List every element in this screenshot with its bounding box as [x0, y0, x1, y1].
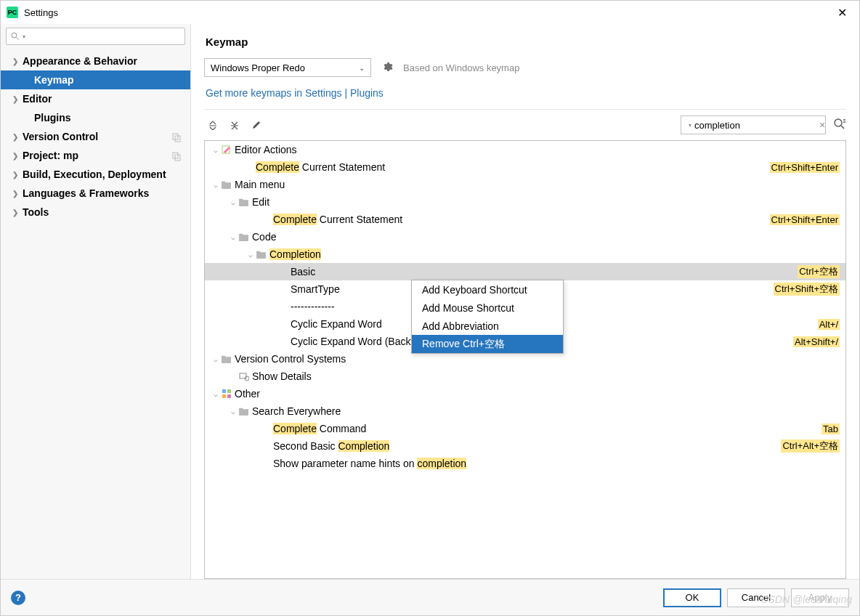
tree-row[interactable]: Complete CommandTab — [205, 420, 845, 437]
tree-row[interactable]: ⌵Completion — [205, 246, 845, 263]
edit-icon — [221, 145, 232, 155]
window-title: Settings — [24, 7, 830, 18]
apply-button[interactable]: Apply — [791, 588, 849, 607]
folder-icon — [256, 249, 267, 259]
chevron-right-icon: ❯ — [12, 171, 21, 179]
cancel-button[interactable]: Cancel — [727, 588, 785, 607]
tree-row-label: Cyclic Expand Word — [291, 318, 382, 330]
tree-row[interactable]: Second Basic CompletionCtrl+Alt+空格 — [205, 437, 845, 455]
chevron-right-icon: ❯ — [12, 152, 21, 160]
menu-item[interactable]: Add Keyboard Shortcut — [412, 280, 563, 299]
other-icon — [221, 389, 232, 399]
sidebar-item-label: Plugins — [34, 112, 71, 123]
tree-row-label: Show parameter name hints on completion — [273, 458, 466, 469]
sidebar-item[interactable]: ❯Appearance & Behavior — [1, 52, 190, 70]
tree-row-label: Search Everywhere — [252, 405, 341, 417]
tree-row[interactable]: ⌵Search Everywhere — [205, 402, 845, 420]
tree-row[interactable]: ⌵Main menu — [205, 176, 845, 193]
help-icon[interactable]: ? — [11, 591, 25, 605]
shortcut-label: Ctrl+Shift+Enter — [770, 214, 840, 225]
tree-row[interactable]: BasicCtrl+空格 — [205, 263, 845, 280]
chevron-down-icon[interactable]: ⌵ — [228, 408, 238, 416]
chevron-down-icon[interactable]: ⌵ — [211, 146, 221, 154]
show-icon — [238, 371, 249, 381]
collapse-all-icon[interactable] — [226, 116, 243, 134]
svg-rect-16 — [227, 389, 231, 393]
based-on-label: Based on Windows keymap — [403, 62, 519, 73]
chevron-down-icon: ⌄ — [359, 64, 365, 72]
action-search-input[interactable]: ▾ × — [681, 115, 826, 134]
chevron-down-icon[interactable]: ⌵ — [246, 251, 256, 259]
sidebar-item-label: Appearance & Behavior — [23, 55, 137, 67]
keymap-select-value: Windows Proper Redo — [211, 62, 305, 73]
sidebar-item-label: Project: mp — [23, 150, 78, 161]
sidebar-item[interactable]: Keymap — [1, 70, 190, 89]
copy-icon — [171, 132, 182, 142]
sidebar-item-label: Version Control — [23, 131, 98, 142]
chevron-down-icon: ▾ — [23, 33, 25, 40]
svg-point-0 — [12, 33, 17, 38]
sidebar-item[interactable]: ❯Tools — [1, 203, 190, 222]
chevron-right-icon: ❯ — [12, 133, 21, 141]
chevron-right-icon: ❯ — [12, 208, 21, 216]
folder-icon — [238, 197, 249, 207]
shortcut-label: Tab — [822, 423, 840, 434]
chevron-right-icon: ❯ — [12, 95, 21, 103]
action-tree[interactable]: ⌵Editor ActionsComplete Current Statemen… — [204, 140, 846, 579]
sidebar-item-label: Build, Execution, Deployment — [23, 169, 166, 180]
chevron-down-icon[interactable]: ⌵ — [211, 181, 221, 189]
folder-icon — [221, 179, 232, 190]
tree-row[interactable]: ⌵Code — [205, 228, 845, 246]
chevron-down-icon[interactable]: ⌵ — [211, 355, 221, 363]
sidebar: ▾ ❯Appearance & BehaviorKeymap❯EditorPlu… — [1, 24, 191, 579]
sidebar-item-label: Editor — [23, 93, 52, 105]
tree-row[interactable]: ⌵Editor Actions — [205, 141, 845, 158]
close-icon[interactable]: ✕ — [830, 6, 853, 20]
tree-row-label: Basic — [291, 266, 315, 277]
sidebar-search-input[interactable]: ▾ — [6, 28, 185, 45]
tree-row[interactable]: ⌵Other — [205, 385, 845, 402]
sidebar-item[interactable]: ❯Version Control — [1, 127, 190, 146]
svg-line-9 — [841, 126, 844, 129]
menu-item[interactable]: Add Abbreviation — [412, 317, 563, 335]
more-keymaps-link[interactable]: Get more keymaps in Settings | Plugins — [206, 87, 846, 99]
sidebar-item[interactable]: ❯Editor — [1, 89, 190, 108]
chevron-down-icon[interactable]: ⌵ — [211, 390, 221, 398]
edit-icon[interactable] — [248, 116, 265, 134]
sidebar-item[interactable]: ❯Project: mp — [1, 146, 190, 165]
find-by-shortcut-icon[interactable] — [833, 118, 846, 133]
folder-icon — [238, 406, 249, 416]
shortcut-label: Alt+/ — [818, 319, 840, 330]
svg-rect-18 — [227, 394, 231, 398]
shortcut-label: Ctrl+Alt+空格 — [781, 439, 840, 453]
expand-all-icon[interactable] — [204, 116, 222, 134]
tree-row-label: Complete Current Statement — [256, 161, 385, 173]
tree-row[interactable]: Show Details — [205, 368, 845, 385]
chevron-right-icon: ❯ — [12, 57, 21, 65]
tree-row[interactable]: Show parameter name hints on completion — [205, 455, 845, 472]
gear-icon[interactable] — [381, 61, 393, 75]
tree-row[interactable]: Complete Current StatementCtrl+Shift+Ent… — [205, 211, 845, 228]
clear-icon[interactable]: × — [819, 119, 825, 131]
tree-row[interactable]: Complete Current StatementCtrl+Shift+Ent… — [205, 158, 845, 176]
sidebar-item[interactable]: Plugins — [1, 108, 190, 127]
menu-item[interactable]: Remove Ctrl+空格 — [412, 335, 563, 353]
chevron-right-icon: ❯ — [12, 190, 21, 198]
action-search-value[interactable] — [694, 120, 816, 131]
menu-item[interactable]: Add Mouse Shortcut — [412, 299, 563, 317]
shortcut-label: Ctrl+Shift+空格 — [774, 283, 840, 296]
shortcut-label: Ctrl+Shift+Enter — [770, 162, 840, 173]
ok-button[interactable]: OK — [663, 588, 721, 607]
sidebar-item[interactable]: ❯Build, Execution, Deployment — [1, 165, 190, 184]
tree-row-label: ------------- — [291, 301, 335, 312]
sidebar-item[interactable]: ❯Languages & Frameworks — [1, 184, 190, 203]
context-menu: Add Keyboard ShortcutAdd Mouse ShortcutA… — [411, 280, 564, 354]
chevron-down-icon[interactable]: ⌵ — [228, 233, 238, 241]
folder-icon — [221, 354, 232, 364]
chevron-down-icon[interactable]: ⌵ — [228, 198, 238, 206]
tree-row[interactable]: ⌵Edit — [205, 193, 845, 211]
tree-row-label: Complete Current Statement — [273, 214, 402, 225]
app-icon: PC — [7, 7, 18, 18]
sidebar-item-label: Tools — [23, 206, 49, 218]
keymap-select[interactable]: Windows Proper Redo ⌄ — [204, 58, 371, 77]
